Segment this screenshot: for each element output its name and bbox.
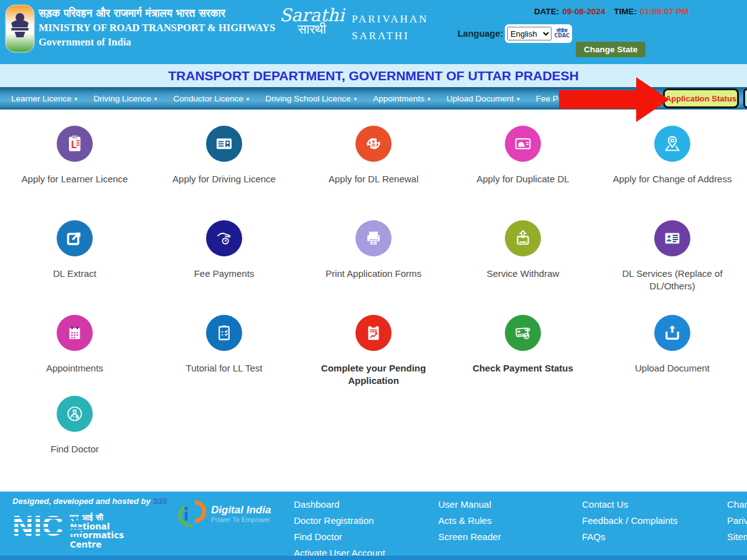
header: सड़क परिवहन और राजमार्ग मंत्रालय भारत सर…	[0, 0, 747, 64]
date-value: 09-08-2024	[562, 7, 605, 16]
card-renewal-icon	[355, 126, 392, 162]
language-select[interactable]: English	[507, 27, 552, 40]
footer-link-user-manual[interactable]: User Manual	[438, 497, 501, 513]
service-label: Tutorial for LL Test	[186, 362, 263, 375]
footer-link-feedback-complaints[interactable]: Feedback / Complaints	[582, 513, 677, 529]
nav-item-driving-licence[interactable]: Driving Licence▾	[93, 94, 157, 103]
parivahan-sarathi-wordmark: PARIVAHAN SARATHI	[352, 6, 428, 44]
nav-item-driving-school-licence[interactable]: Driving School Licence▾	[265, 94, 357, 103]
service-find-doctor[interactable]: Find Doctor	[0, 380, 149, 455]
footer-link-screen-reader[interactable]: Screen Reader	[438, 529, 501, 545]
service-check-payment-status[interactable]: Check Payment Status	[448, 299, 598, 380]
services-area: LApply for Learner LicenceApply for Driv…	[0, 110, 747, 455]
language-label: Language:	[458, 29, 503, 39]
nav-item-appointments[interactable]: Appointments▾	[373, 94, 430, 103]
government-of-india: Government of India	[39, 35, 275, 49]
ministry-name-english: MINISTRY OF ROAD TRANSPORT & HIGHWAYS	[39, 21, 275, 35]
ministry-text-block: सड़क परिवहन और राजमार्ग मंत्रालय भारत सर…	[39, 6, 275, 49]
footer-link-sitemap[interactable]: Sitemap	[727, 529, 747, 545]
service-tutorial-for-ll-test[interactable]: Tutorial for LL Test	[149, 299, 299, 380]
service-label: Check Payment Status	[472, 362, 573, 375]
service-dl-services-replace-of-dl-others[interactable]: DL Services (Replace of DL/Others)	[598, 204, 747, 299]
service-dl-extract[interactable]: DL Extract	[0, 204, 149, 299]
nav-item-fee-payment[interactable]: Fee Payment▾	[536, 94, 592, 103]
credit-link[interactable]: S35	[153, 497, 167, 506]
printer-icon	[355, 220, 392, 256]
footer-link-parivahan[interactable]: Parivahan	[727, 513, 747, 529]
card-car-icon	[505, 126, 541, 162]
service-apply-for-dl-renewal[interactable]: Apply for DL Renewal	[299, 110, 448, 204]
nav-item-upload-document[interactable]: Upload Document▾	[446, 94, 520, 103]
payment-check-icon	[505, 315, 541, 351]
svg-text:L: L	[71, 139, 77, 150]
date-label: DATE:	[534, 7, 559, 16]
service-label: Find Doctor	[50, 443, 99, 455]
footer-column-2: User ManualActs & RulesScreen Reader	[438, 497, 501, 545]
footer-link-charges[interactable]: Charges	[727, 497, 747, 513]
page-title: TRANSPORT DEPARTMENT, GOVERNMENT OF UTTA…	[0, 64, 747, 87]
doctor-icon	[57, 396, 93, 432]
service-complete-your-pending-application[interactable]: Complete your Pending Application	[299, 299, 448, 380]
service-label: Appointments	[46, 362, 103, 375]
map-pin-icon	[654, 126, 690, 162]
service-label: Upload Document	[635, 362, 710, 375]
service-print-application-forms[interactable]: Print Application Forms	[299, 204, 448, 299]
next-button-sliver[interactable]	[743, 88, 747, 108]
nav-item-learner-licence[interactable]: Learner Licence▾	[11, 94, 77, 103]
parivahan-sarathi-page: सड़क परिवहन और राजमार्ग मंत्रालय भारत सर…	[0, 0, 747, 560]
footer-bottom-strip	[0, 556, 747, 560]
digital-india-logo: Digital India Power To Empower	[176, 499, 271, 528]
service-label: Apply for Driving Licence	[172, 173, 276, 185]
id-card-icon	[206, 126, 242, 162]
datetime-display: DATE:09-08-2024TIME:01:08:07 PM	[534, 7, 688, 16]
service-service-withdraw[interactable]: Service Withdraw	[448, 204, 598, 299]
export-icon	[57, 220, 93, 256]
sarathi-script-logo-icon: Sarathi सारथी	[278, 6, 345, 44]
footer-column-3: Contact UsFeedback / ComplaintsFAQs	[582, 497, 677, 545]
time-label: TIME:	[614, 7, 637, 16]
service-upload-document[interactable]: Upload Document	[598, 299, 747, 380]
change-state-button[interactable]: Change State	[576, 42, 646, 57]
credit-line: Designed, developed and hosted by S35	[12, 497, 167, 506]
card-person-icon	[654, 220, 690, 256]
checklist-icon	[206, 315, 242, 351]
nic-logo: NIC एन आई सी National Informatics Centre	[12, 511, 124, 549]
ministry-name-hindi: सड़क परिवहन और राजमार्ग मंत्रालय भारत सर…	[39, 6, 275, 21]
service-label: Complete your Pending Application	[308, 362, 439, 387]
clipboard-l-icon: L	[57, 126, 93, 162]
time-value: 01:08:07 PM	[640, 7, 688, 16]
service-label: DL Extract	[53, 268, 96, 280]
footer-link-dashboard[interactable]: Dashboard	[294, 497, 385, 513]
service-label: Fee Payments	[194, 268, 255, 280]
chevron-down-icon: ▾	[589, 96, 592, 102]
nic-wordmark-icon: NIC	[12, 511, 63, 549]
service-appointments[interactable]: Appointments	[0, 299, 149, 380]
digital-india-name: Digital India	[211, 505, 271, 516]
footer-column-4: ChargesParivahanSitemap	[727, 497, 747, 545]
service-label: DL Services (Replace of DL/Others)	[606, 268, 738, 292]
chevron-down-icon: ▾	[247, 96, 250, 102]
footer-link-doctor-registration[interactable]: Doctor Registration	[294, 513, 385, 529]
footer-link-contact-us[interactable]: Contact Us	[582, 497, 677, 513]
service-fee-payments[interactable]: ₹Fee Payments	[149, 204, 299, 299]
digital-india-tagline: Power To Empower	[211, 516, 271, 523]
service-apply-for-duplicate-dl[interactable]: Apply for Duplicate DL	[448, 110, 598, 204]
india-emblem-icon	[5, 4, 35, 55]
service-label: Print Application Forms	[326, 268, 421, 280]
footer-link-find-doctor[interactable]: Find Doctor	[294, 529, 385, 545]
service-label: Apply for Duplicate DL	[476, 173, 569, 185]
chevron-down-icon: ▾	[428, 96, 431, 102]
chevron-down-icon: ▾	[354, 96, 357, 102]
service-apply-for-learner-licence[interactable]: LApply for Learner Licence	[0, 110, 149, 204]
nav-item-conductor-licence[interactable]: Conductor Licence▾	[173, 94, 249, 103]
footer-link-faqs[interactable]: FAQs	[582, 529, 677, 545]
service-apply-for-driving-licence[interactable]: Apply for Driving Licence	[149, 110, 299, 204]
digital-india-swoosh-icon	[176, 499, 209, 528]
sarathi-logo: Sarathi सारथी PARIVAHAN SARATHI	[278, 6, 428, 44]
pending-app-icon	[355, 315, 392, 351]
footer-link-acts-rules[interactable]: Acts & Rules	[438, 513, 501, 529]
service-apply-for-change-of-address[interactable]: Apply for Change of Address	[598, 110, 747, 204]
application-status-button[interactable]: Application Status	[663, 88, 739, 108]
chevron-down-icon: ▾	[154, 96, 157, 102]
svg-text:₹: ₹	[224, 239, 227, 244]
